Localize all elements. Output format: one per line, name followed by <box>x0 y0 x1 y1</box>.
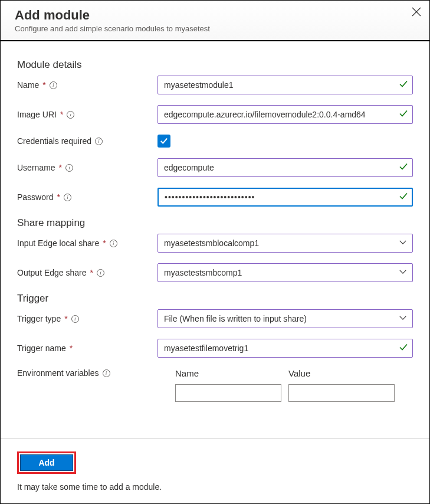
required-marker: * <box>57 192 60 202</box>
row-trigger-type: Trigger type * i <box>17 309 413 328</box>
required-marker: * <box>90 268 93 277</box>
output-share-select[interactable] <box>157 263 413 282</box>
trigger-name-input[interactable] <box>157 339 413 358</box>
password-input[interactable] <box>157 188 413 207</box>
row-credentials-required: Credentials required i <box>17 135 413 148</box>
label-name: Name <box>17 80 39 90</box>
label-image-uri: Image URI <box>17 110 57 119</box>
section-module-details: Module details <box>17 59 413 71</box>
row-password: Password * i <box>17 188 413 207</box>
required-marker: * <box>64 314 67 323</box>
label-input-share: Input Edge local share <box>17 238 99 248</box>
env-name-header: Name <box>175 368 281 378</box>
info-icon[interactable]: i <box>64 194 71 201</box>
info-icon[interactable]: i <box>67 111 74 119</box>
name-input[interactable] <box>157 76 413 94</box>
section-share-mapping: Share mapping <box>17 217 413 229</box>
label-env: Environment variables <box>17 368 99 378</box>
env-value-header: Value <box>288 368 395 378</box>
required-marker: * <box>42 80 45 90</box>
panel-header: Add module Configure and add simple scen… <box>1 1 429 41</box>
label-output-share: Output Edge share <box>17 268 87 277</box>
label-trigger-type: Trigger type <box>17 314 61 323</box>
trigger-type-select[interactable] <box>157 309 413 328</box>
row-trigger-name: Trigger name * <box>17 339 413 358</box>
label-trigger-name: Trigger name <box>17 343 66 353</box>
footer-note: It may take some time to add a module. <box>17 482 413 492</box>
info-icon[interactable]: i <box>65 164 73 172</box>
add-button[interactable]: Add <box>20 454 73 471</box>
info-icon[interactable]: i <box>97 269 104 277</box>
required-marker: * <box>70 343 73 353</box>
row-environment-variables: Environment variables i Name Value <box>17 368 413 402</box>
label-password: Password <box>17 192 53 202</box>
info-icon[interactable]: i <box>110 240 117 247</box>
panel-body: Module details Name * i Image URI * i <box>1 41 429 438</box>
info-icon[interactable]: i <box>95 138 103 145</box>
label-credentials: Credentials required <box>17 136 91 146</box>
row-output-share: Output Edge share * i <box>17 263 413 282</box>
info-icon[interactable]: i <box>103 369 110 377</box>
row-image-uri: Image URI * i <box>17 105 413 124</box>
required-marker: * <box>103 238 106 248</box>
credentials-checkbox[interactable] <box>157 135 170 148</box>
panel-footer: Add It may take some time to add a modul… <box>1 438 429 503</box>
info-icon[interactable]: i <box>50 81 57 89</box>
close-icon <box>412 7 421 17</box>
row-username: Username * i <box>17 158 413 177</box>
info-icon[interactable]: i <box>71 315 79 323</box>
panel-subtitle: Configure and add simple scenario module… <box>15 24 415 33</box>
env-value-input[interactable] <box>288 384 395 402</box>
image-uri-input[interactable] <box>157 105 413 124</box>
username-input[interactable] <box>157 158 413 177</box>
required-marker: * <box>60 110 63 119</box>
add-button-highlight: Add <box>17 451 76 474</box>
panel-title: Add module <box>15 8 415 23</box>
env-name-input[interactable] <box>175 384 281 402</box>
add-module-panel: Add module Configure and add simple scen… <box>0 0 430 504</box>
check-icon <box>160 137 168 145</box>
row-name: Name * i <box>17 76 413 94</box>
row-input-share: Input Edge local share * i <box>17 234 413 253</box>
label-username: Username <box>17 163 55 172</box>
input-share-select[interactable] <box>157 234 413 253</box>
close-button[interactable] <box>412 6 421 18</box>
section-trigger: Trigger <box>17 293 413 305</box>
required-marker: * <box>59 163 62 172</box>
